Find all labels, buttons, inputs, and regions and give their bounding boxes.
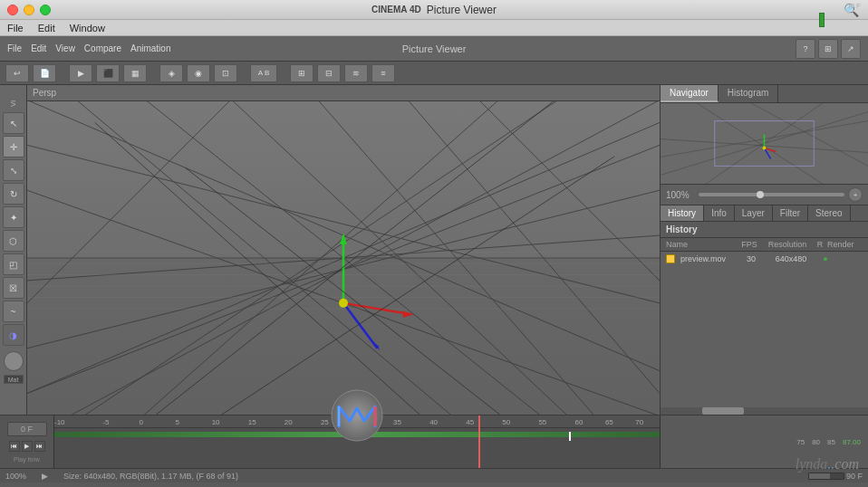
btn-play[interactable]: ▶ bbox=[22, 441, 33, 452]
picture-viewer-title: Picture Viewer bbox=[402, 43, 467, 54]
tool-mode2[interactable]: ◉ bbox=[187, 64, 210, 82]
tool-arrow[interactable]: ↖ bbox=[3, 112, 24, 134]
scrollbar-thumb[interactable] bbox=[702, 407, 744, 415]
timeline-playhead[interactable] bbox=[478, 415, 480, 468]
tool-undo[interactable]: ↩ bbox=[5, 64, 29, 82]
lynda-logo: lynda..com bbox=[796, 456, 859, 473]
bottom-controls: 0 F ⏮ ▶ ⏭ Play forw -10 -5 0 5 10 1 bbox=[0, 415, 868, 468]
zoom-fit-button[interactable]: + bbox=[848, 187, 863, 202]
tool-active[interactable]: ◑ bbox=[3, 324, 24, 346]
help-button[interactable]: ? bbox=[796, 39, 815, 59]
pv-menu-compare[interactable]: Compare bbox=[81, 43, 125, 53]
zoom-knob[interactable] bbox=[757, 191, 764, 198]
maxon-logo bbox=[330, 388, 384, 443]
navigator-tabs: Navigator Histogram bbox=[661, 85, 868, 103]
viewport-wrapper[interactable]: Persp bbox=[27, 85, 660, 415]
status-divider2 bbox=[55, 472, 56, 481]
minimize-button[interactable] bbox=[24, 5, 34, 15]
right-panel: Navigator Histogram bbox=[660, 85, 868, 415]
pv-menu-animation[interactable]: Animation bbox=[127, 43, 174, 53]
tool-render3[interactable]: ▦ bbox=[123, 64, 147, 82]
tab-navigator[interactable]: Navigator bbox=[661, 85, 719, 102]
tool-render2[interactable]: ⬛ bbox=[96, 64, 120, 82]
pv-menu-view[interactable]: View bbox=[52, 43, 79, 53]
history-columns: Name FPS Resolution R Render bbox=[661, 238, 868, 252]
navigator-preview bbox=[661, 103, 868, 185]
maxon-logo-container bbox=[330, 388, 384, 444]
tick-15: 15 bbox=[248, 418, 256, 426]
tab-stereo[interactable]: Stereo bbox=[808, 205, 850, 221]
right-end-panel: 75 80 85 87.00 lynda..com 90 F bbox=[660, 415, 868, 468]
tool-poly[interactable]: ⬡ bbox=[3, 230, 24, 252]
col-r: R bbox=[813, 240, 827, 249]
mat-label: Mat bbox=[4, 375, 24, 384]
tab-histogram[interactable]: Histogram bbox=[719, 85, 779, 102]
status-slider[interactable] bbox=[808, 473, 844, 480]
window-icons: ? ⊞ ↗ bbox=[796, 39, 861, 59]
col-resolution: Resolution bbox=[762, 240, 813, 249]
status-bar: 100% ▶ Size: 640x480, RGB(8Bit), 1.17 MB… bbox=[0, 468, 868, 482]
tab-layer[interactable]: Layer bbox=[735, 205, 773, 221]
tool-object[interactable]: ☒ bbox=[3, 277, 24, 299]
tick-5: 5 bbox=[176, 418, 179, 426]
tool-scale[interactable]: ⤡ bbox=[3, 159, 24, 181]
viewport-label: Persp bbox=[33, 88, 56, 98]
app-title: CINEMA 4D Picture Viewer bbox=[371, 4, 497, 16]
tool-filter2[interactable]: ⊟ bbox=[317, 64, 341, 82]
svg-point-47 bbox=[763, 146, 767, 149]
pv-menu-edit[interactable]: Edit bbox=[27, 43, 50, 53]
maximize-button[interactable] bbox=[40, 5, 51, 15]
frame-end-label: 90 F bbox=[846, 2, 861, 10]
tool-cursor[interactable]: ✦ bbox=[3, 206, 24, 228]
tool-mode3[interactable]: ⊡ bbox=[214, 64, 237, 82]
tick-minus10: -10 bbox=[54, 418, 65, 426]
tab-filter[interactable]: Filter bbox=[773, 205, 808, 221]
viewport-header: Persp bbox=[27, 85, 660, 101]
color-swatch[interactable] bbox=[4, 351, 24, 371]
tool-spline[interactable]: ~ bbox=[3, 301, 24, 322]
tool-ab[interactable]: A B bbox=[250, 64, 277, 82]
menu-window[interactable]: Window bbox=[66, 23, 109, 33]
traffic-lights bbox=[7, 5, 51, 15]
zoom-slider[interactable] bbox=[699, 193, 844, 196]
tick-20: 20 bbox=[285, 418, 293, 426]
viewport-canvas[interactable] bbox=[27, 101, 660, 415]
tool-filter[interactable]: ⊞ bbox=[290, 64, 313, 82]
history-tabs: History Info Layer Filter Stereo bbox=[661, 205, 868, 222]
tool-filter3[interactable]: ≋ bbox=[344, 64, 368, 82]
tool-move[interactable]: ✛ bbox=[3, 136, 24, 158]
menu-edit[interactable]: Edit bbox=[34, 23, 59, 33]
tool-filter4[interactable]: ≡ bbox=[371, 64, 395, 82]
tool-mode1[interactable]: ◈ bbox=[159, 64, 183, 82]
btn-to-start[interactable]: ⏮ bbox=[9, 441, 20, 452]
tab-history[interactable]: History bbox=[661, 205, 704, 221]
col-name: Name bbox=[666, 240, 737, 249]
pv-menu-file[interactable]: File bbox=[4, 43, 25, 53]
status-text: Size: 640x480, RGB(8Bit), 1.17 MB, (F 68… bbox=[63, 472, 238, 481]
timeline-frame-marker bbox=[569, 432, 571, 441]
play-forward-btn[interactable]: 0 F bbox=[7, 422, 47, 436]
tool-rotate[interactable]: ↻ bbox=[3, 183, 24, 205]
close-button[interactable] bbox=[7, 5, 18, 15]
history-filename: preview.mov bbox=[680, 254, 737, 263]
right-ruler-labels: 75 80 85 87.00 bbox=[796, 438, 861, 446]
tool-render[interactable]: ▶ bbox=[69, 64, 92, 82]
tool-new[interactable]: 📄 bbox=[33, 64, 56, 82]
history-panel: History Name FPS Resolution R Render pre… bbox=[661, 222, 868, 407]
menu-file[interactable]: File bbox=[4, 23, 27, 33]
layout-button[interactable]: ⊞ bbox=[818, 39, 838, 59]
timeline-main[interactable]: -10 -5 0 5 10 15 20 25 30 35 40 45 50 55… bbox=[54, 415, 660, 468]
tool-paint[interactable]: ◰ bbox=[3, 253, 24, 275]
play-button-status[interactable]: ▶ bbox=[42, 472, 48, 481]
tab-info[interactable]: Info bbox=[704, 205, 735, 221]
tick-50: 50 bbox=[502, 418, 510, 426]
expand-button[interactable]: ↗ bbox=[841, 39, 861, 59]
play-mode-label: Play forw bbox=[14, 456, 40, 463]
tick-25: 25 bbox=[321, 418, 329, 426]
title-bar: CINEMA 4D Picture Viewer 🔍 bbox=[0, 0, 868, 20]
tick-0: 0 bbox=[140, 418, 143, 426]
btn-to-end[interactable]: ⏭ bbox=[34, 441, 45, 452]
history-file-icon bbox=[666, 254, 675, 263]
playback-buttons: ⏮ ▶ ⏭ bbox=[9, 441, 45, 452]
history-row[interactable]: preview.mov 30 640x480 ● bbox=[661, 252, 868, 266]
